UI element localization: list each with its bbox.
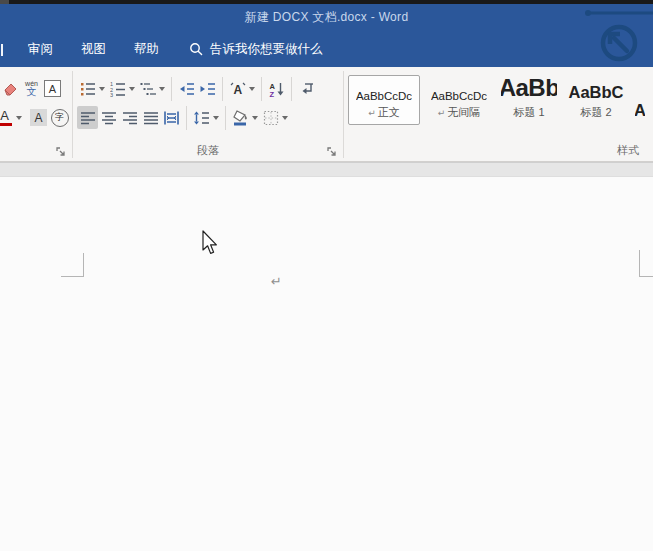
distribute-icon [163, 110, 180, 126]
tell-me-search[interactable]: 告诉我你想要做什么 [189, 41, 323, 58]
window-title: 新建 DOCX 文档.docx - Word [245, 9, 409, 26]
align-center-icon [101, 110, 117, 126]
title-bar: 新建 DOCX 文档.docx - Word [0, 4, 653, 31]
bullets-dropdown-arrow-icon[interactable] [99, 87, 105, 91]
search-label: 告诉我你想要做什么 [210, 41, 323, 58]
tab-review[interactable]: 审阅 [14, 31, 67, 67]
align-left-icon [80, 110, 96, 126]
phonetic-guide-icon: wén 文 [25, 80, 38, 97]
align-right-button[interactable] [119, 106, 140, 129]
increase-indent-icon [199, 81, 216, 97]
font-color-dropdown-arrow-icon[interactable] [16, 116, 22, 120]
clear-formatting-button[interactable] [0, 77, 21, 100]
styles-group: AaBbCcDc ↵ 正文 AaBbCcDc ↵ 无间隔 AaBb 标题 1 A… [344, 67, 653, 161]
mouse-cursor [201, 230, 219, 258]
style-card-heading2[interactable]: AaBbC 标题 2 [563, 75, 629, 125]
align-left-button[interactable] [77, 106, 98, 129]
shading-bucket-icon [232, 109, 250, 126]
margin-mark-right-vertical [639, 250, 640, 277]
multilevel-dropdown-arrow-icon[interactable] [159, 87, 165, 91]
line-spacing-icon [193, 110, 210, 126]
separator [261, 77, 262, 101]
paragraph-return-icon: ↵ [438, 108, 446, 118]
style-name: 标题 1 [513, 105, 544, 120]
character-shading-icon: A [30, 109, 47, 126]
enclose-characters-button[interactable]: 字 [49, 106, 70, 129]
font-color-button[interactable]: A [0, 106, 15, 129]
margin-mark-left-horizontal [61, 276, 84, 277]
asian-layout-dropdown-arrow-icon[interactable] [249, 87, 255, 91]
tab-view[interactable]: 视图 [67, 31, 120, 67]
sort-button[interactable]: A Z [266, 77, 287, 100]
style-card-heading1[interactable]: AaBb 标题 1 [498, 75, 560, 125]
document-top-gutter [0, 162, 653, 177]
paragraph-row-2 [73, 104, 343, 131]
style-card-no-spacing[interactable]: AaBbCcDc ↵ 无间隔 [423, 75, 495, 125]
sort-icon: A Z [269, 81, 285, 97]
style-name: 标题 2 [580, 105, 611, 120]
margin-mark-right-horizontal [639, 276, 653, 277]
eraser-icon [2, 81, 19, 97]
decrease-indent-icon [178, 81, 195, 97]
separator [225, 106, 226, 130]
svg-text:A: A [233, 83, 242, 97]
paragraph-return-icon: ↵ [368, 108, 376, 118]
line-spacing-button[interactable] [191, 106, 212, 129]
style-card-clipped[interactable]: A [632, 75, 646, 125]
justify-icon [143, 110, 159, 126]
enclose-characters-icon: 字 [51, 109, 69, 127]
multilevel-list-button[interactable] [137, 77, 158, 100]
font-color-icon: A [0, 109, 12, 127]
style-name: 正文 [378, 105, 400, 120]
document-page[interactable]: ↵ [0, 177, 653, 551]
asian-layout-button[interactable]: A [227, 77, 248, 100]
character-shading-button[interactable]: A [28, 106, 49, 129]
character-border-button[interactable]: A [42, 77, 63, 100]
style-gallery: AaBbCcDc ↵ 正文 AaBbCcDc ↵ 无间隔 AaBb 标题 1 A… [344, 75, 653, 125]
svg-text:3: 3 [110, 92, 113, 97]
separator [291, 77, 292, 101]
shading-button[interactable] [230, 106, 251, 129]
decrease-indent-button[interactable] [176, 77, 197, 100]
ribbon-tab-bar: 审阅 视图 帮助 告诉我你想要做什么 [0, 31, 653, 67]
svg-text:Z: Z [269, 89, 274, 97]
paragraph-group-label: 段落 [73, 143, 343, 158]
paragraph-mark: ↵ [271, 275, 282, 288]
style-name: 无间隔 [447, 105, 480, 120]
phonetic-guide-button[interactable]: wén 文 [21, 77, 42, 100]
borders-button[interactable] [260, 106, 281, 129]
paragraph-group: 123 [73, 67, 343, 161]
line-spacing-dropdown-arrow-icon[interactable] [213, 116, 219, 120]
bullets-icon [80, 81, 96, 97]
separator [222, 77, 223, 101]
clipped-tab-fragment [0, 44, 5, 56]
separator [171, 77, 172, 101]
show-hide-marks-icon [299, 81, 315, 97]
tab-help[interactable]: 帮助 [120, 31, 173, 67]
separator [186, 106, 187, 130]
numbering-button[interactable]: 123 [107, 77, 128, 100]
borders-icon [263, 110, 279, 126]
multilevel-list-icon [140, 81, 156, 97]
search-icon [189, 42, 203, 56]
bullets-button[interactable] [77, 77, 98, 100]
increase-indent-button[interactable] [197, 77, 218, 100]
paragraph-dialog-launcher[interactable] [327, 147, 338, 158]
justify-button[interactable] [140, 106, 161, 129]
ribbon: wén 文 A A A 字 [0, 67, 653, 162]
borders-dropdown-arrow-icon[interactable] [282, 116, 288, 120]
margin-mark-left-vertical [83, 253, 84, 277]
distribute-button[interactable] [161, 106, 182, 129]
numbering-dropdown-arrow-icon[interactable] [129, 87, 135, 91]
styles-group-label: 样式 [617, 143, 639, 158]
font-dialog-launcher[interactable] [56, 147, 67, 158]
font-group: wén 文 A A A 字 [0, 67, 72, 161]
character-border-icon: A [44, 80, 61, 97]
align-right-icon [122, 110, 138, 126]
asian-layout-icon: A [229, 81, 247, 97]
shading-dropdown-arrow-icon[interactable] [252, 116, 258, 120]
align-center-button[interactable] [98, 106, 119, 129]
numbering-icon: 123 [110, 81, 126, 97]
show-hide-marks-button[interactable] [296, 77, 317, 100]
style-card-normal[interactable]: AaBbCcDc ↵ 正文 [348, 75, 420, 125]
